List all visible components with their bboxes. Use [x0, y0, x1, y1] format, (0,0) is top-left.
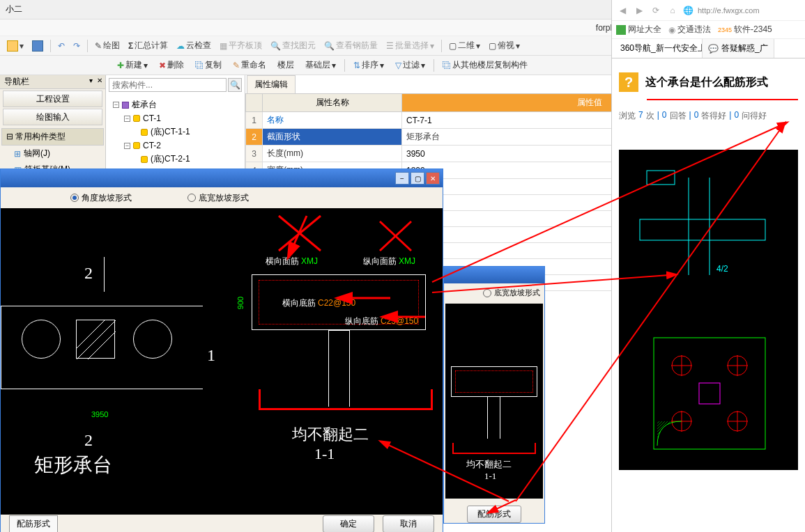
sum-button[interactable]: Σ汇总计算	[125, 38, 171, 53]
browser-content: ? 这个承台是什么配筋形式 浏览7次 | 0回答 | 0答得好 | 0问得好 4…	[612, 58, 805, 484]
minus-icon: ⊟	[6, 132, 13, 141]
maximize-button[interactable]: ▢	[411, 172, 424, 185]
tree-root[interactable]: −桩承台	[110, 97, 240, 112]
ok-button[interactable]: 确定	[323, 515, 374, 533]
shape-dialog: − ▢ ✕ 角度放坡形式 底宽放坡形式 2 1 3950 2 矩形承台 横向面筋…	[0, 169, 443, 532]
view-icon: ▢	[489, 41, 496, 51]
rebar-form-button[interactable]: 配筋形式	[467, 506, 521, 523]
forward-button[interactable]: ▶	[633, 4, 645, 17]
property-tab[interactable]: 属性编辑	[247, 75, 296, 93]
col-name: 属性名称	[263, 94, 402, 112]
draw-input-button[interactable]: 绘图输入	[3, 109, 102, 125]
align-icon: ▦	[220, 41, 227, 51]
zx-top-label: 纵向面筋 XMJ	[363, 256, 415, 267]
fav-2345[interactable]: 2345软件-2345	[718, 24, 772, 36]
open-button[interactable]: ▾	[4, 39, 26, 53]
dim-2b: 2	[84, 431, 93, 450]
common-types-header[interactable]: ⊟ 常用构件类型	[1, 128, 104, 146]
question-title: 这个承台是什么配筋形式	[645, 75, 768, 90]
cad-canvas[interactable]: 2 1 3950 2 矩形承台 横向面筋 XMJ 纵向面筋 XMJ 横向底筋 C…	[1, 208, 443, 515]
base-layer-dropdown[interactable]: 基础层▾	[301, 58, 340, 72]
tree-ct1-1[interactable]: (底)CT-1-1	[110, 125, 240, 139]
cancel-button[interactable]: 取消	[383, 515, 434, 533]
fav-traffic[interactable]: ◉交通违法	[668, 24, 711, 36]
url-bar[interactable]: http://e.fwxgx.com	[698, 6, 801, 15]
fav-sites[interactable]: 网址大全	[616, 24, 661, 36]
close-button[interactable]: ✕	[426, 172, 440, 185]
dim-2: 2	[84, 264, 93, 283]
save-icon	[32, 40, 43, 52]
batch-select-button[interactable]: ☰批量选择▾	[383, 38, 437, 53]
undo-button[interactable]: ↶	[55, 40, 68, 52]
browser-tab-2[interactable]: 💬答疑解惑_广	[703, 39, 774, 58]
cube-icon: ▢	[449, 41, 457, 51]
delete-button[interactable]: ✖删除	[155, 58, 188, 72]
sigma-icon: Σ	[128, 41, 133, 51]
svg-line-0	[77, 320, 116, 359]
browser-tab-1[interactable]: 360导航_新一代安全上网导	[612, 39, 703, 58]
width-slope-radio-2[interactable]: 底宽放坡形式	[483, 288, 540, 298]
plan-title: 矩形承台	[34, 452, 112, 478]
floor-dropdown[interactable]: 楼层	[273, 58, 298, 72]
tree-ct1[interactable]: −CT-1	[110, 112, 240, 125]
delete-icon: ✖	[159, 61, 166, 70]
small-note1: 均不翻起二	[466, 458, 512, 471]
search-input[interactable]	[109, 78, 227, 92]
stats-row: 浏览7次 | 0回答 | 0答得好 | 0问得好	[619, 110, 798, 122]
browser-toolbar: ◀ ▶ ⟳ ⌂ 🌐 http://e.fwxgx.com	[612, 0, 805, 21]
find-view-button[interactable]: 🔍查找图元	[268, 38, 319, 53]
minimize-button[interactable]: −	[395, 172, 409, 185]
pencil-icon: ✎	[95, 41, 102, 51]
batch-icon: ☰	[386, 41, 394, 51]
redo-icon: ↷	[73, 41, 80, 51]
svg-line-1	[77, 320, 105, 348]
rename-button[interactable]: ✎重命名	[229, 58, 270, 72]
nav-close-icon[interactable]: ✕	[97, 77, 102, 84]
shape-dialog-small: 底宽放坡形式 均不翻起二 1-1 配筋形式	[443, 266, 545, 524]
sort-icon: ⇅	[353, 61, 360, 70]
hx-top-label: 横向面筋 XMJ	[266, 256, 318, 267]
favorites-bar: 网址大全 ◉交通违法 2345软件-2345	[612, 21, 805, 39]
funnel-icon: ▽	[395, 61, 401, 70]
sort-button[interactable]: ⇅排序▾	[349, 58, 388, 72]
browser-tabs: 360导航_新一代安全上网导 💬答疑解惑_广	[612, 39, 805, 58]
reload-button[interactable]: ⟳	[650, 4, 662, 17]
search-button[interactable]: 🔍	[228, 78, 242, 92]
copy-from-button[interactable]: ⿻从其他楼层复制构件	[438, 58, 532, 72]
slope-radio-row: 角度放坡形式 底宽放坡形式	[1, 187, 443, 208]
cloud-check-button[interactable]: ☁云检查	[174, 38, 214, 53]
new-button[interactable]: ✚新建▾	[113, 58, 152, 72]
dialog2-titlebar[interactable]	[444, 267, 544, 283]
title-fragment: 小二	[6, 3, 22, 15]
level-top-button[interactable]: ▦平齐板顶	[217, 38, 265, 53]
reference-drawings[interactable]: 4/2	[619, 150, 798, 470]
tree-ct2[interactable]: −CT-2	[110, 139, 240, 152]
project-setting-button[interactable]: 工程设置	[3, 91, 102, 107]
angle-slope-radio[interactable]: 角度放坡形式	[70, 192, 132, 204]
copy-button[interactable]: ⿻复制	[191, 58, 226, 72]
2d-dropdown[interactable]: ▢二维▾	[446, 38, 483, 53]
dim-900: 900	[236, 297, 245, 309]
nav-item-axis[interactable]: ⊞轴网(J)	[0, 146, 105, 162]
overlook-dropdown[interactable]: ▢俯视▾	[486, 38, 523, 53]
svg-text:4/2: 4/2	[716, 264, 728, 274]
cad-canvas-small[interactable]: 均不翻起二 1-1	[445, 304, 543, 499]
redo-button[interactable]: ↷	[70, 40, 83, 52]
search-icon: 🔍	[270, 41, 281, 51]
layers-icon: ⿻	[443, 61, 451, 70]
width-slope-radio[interactable]: 底宽放坡形式	[187, 192, 249, 204]
rebar-form-label[interactable]: 配筋形式	[9, 515, 58, 533]
draw-button[interactable]: ✎绘图	[92, 38, 123, 53]
back-button[interactable]: ◀	[616, 4, 629, 17]
folder-icon	[7, 40, 18, 52]
browser-panel: ◀ ▶ ⟳ ⌂ 🌐 http://e.fwxgx.com 网址大全 ◉交通违法 …	[611, 0, 805, 532]
view-rebar-button[interactable]: 🔍查看钢筋量	[321, 38, 381, 53]
dim-1: 1	[207, 346, 215, 365]
save-button[interactable]	[29, 39, 46, 53]
rename-icon: ✎	[233, 61, 240, 70]
filter-button[interactable]: ▽过滤▾	[391, 58, 429, 72]
nav-dropdown-icon[interactable]: ▾	[89, 77, 93, 84]
tree-ct2-1[interactable]: (底)CT-2-1	[110, 152, 240, 166]
dialog-titlebar[interactable]: − ▢ ✕	[1, 169, 443, 187]
home-button[interactable]: ⌂	[666, 4, 679, 17]
